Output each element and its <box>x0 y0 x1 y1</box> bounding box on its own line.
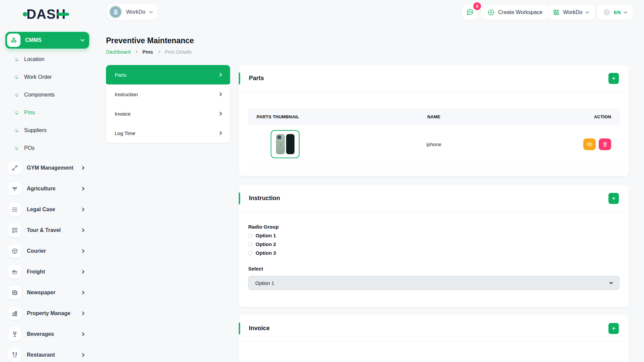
module-tile <box>8 224 21 237</box>
radio-option-label: Option 1 <box>256 233 276 238</box>
parts-card: Parts + PARTS THUMBNAIL NAME ACTION ipho… <box>239 65 629 176</box>
chevron-right-icon <box>135 50 138 54</box>
instruction-select[interactable]: Option 1 <box>248 276 620 290</box>
tab-parts[interactable]: Parts <box>106 65 230 84</box>
breadcrumb-dashboard-link[interactable]: Dashboard <box>106 49 130 55</box>
parts-table: PARTS THUMBNAIL NAME ACTION iphone <box>239 92 629 164</box>
company-menu[interactable]: WorkDo <box>547 5 595 20</box>
grid-plus-icon <box>11 227 18 234</box>
sidebar-item-label: Work Order <box>24 74 52 80</box>
sidebar-module-gym[interactable]: GYM Management <box>0 158 97 178</box>
trash-icon <box>602 141 608 147</box>
logo-dash-icon <box>57 13 69 16</box>
chevron-right-icon <box>80 249 84 253</box>
sidebar-module-tour-travel[interactable]: Tour & Travel <box>0 220 97 241</box>
chevron-down-icon <box>585 10 589 13</box>
instruction-body: Radio Group Option 1 Option 2 Option 3 S… <box>239 212 629 302</box>
add-part-button[interactable]: + <box>608 73 619 84</box>
tab-instruction[interactable]: Instruction <box>106 84 230 104</box>
chevron-right-icon <box>80 187 84 190</box>
chevron-down-icon <box>80 38 84 41</box>
sidebar-module-legal-case[interactable]: Legal Case <box>0 199 97 220</box>
breadcrumb-pms-link[interactable]: Pms <box>142 49 153 55</box>
chevron-right-icon <box>80 353 84 357</box>
sidebar-item-suppliers[interactable]: Suppliers <box>0 121 97 139</box>
invoice-card-header: Invoice + <box>239 315 629 342</box>
checklist-icon <box>11 206 18 213</box>
page-title: Preventive Maintenance <box>106 36 194 45</box>
delete-part-button[interactable] <box>599 138 611 150</box>
package-icon <box>11 248 18 254</box>
module-tile <box>8 265 21 279</box>
bullet-ring-icon <box>14 110 18 115</box>
accent-bar <box>239 192 240 204</box>
chevron-right-icon <box>218 112 222 115</box>
part-name: iphone <box>375 141 493 147</box>
chevron-down-icon <box>609 280 613 284</box>
instruction-card: Instruction + Radio Group Option 1 Optio… <box>239 185 629 307</box>
sidebar-module-courier[interactable]: Courier <box>0 241 97 261</box>
tab-log-time[interactable]: Log Time <box>106 123 230 143</box>
sidebar-item-pms[interactable]: Pms <box>0 104 97 121</box>
plus-circle-icon <box>487 9 495 16</box>
language-menu[interactable]: EN <box>597 5 633 20</box>
module-tile <box>8 161 21 175</box>
messages-button[interactable]: 0 <box>462 5 478 20</box>
tab-invoice[interactable]: Invoice <box>106 104 230 123</box>
sidebar-item-work-order[interactable]: Work Order <box>0 68 97 86</box>
sidebar-item-label: POs <box>24 145 35 151</box>
dumbbell-icon <box>11 165 18 171</box>
module-label: Newspaper <box>27 290 81 296</box>
radio-icon[interactable] <box>248 242 253 246</box>
workspace-switcher[interactable]: WorkDo <box>107 4 158 20</box>
add-instruction-button[interactable]: + <box>608 193 619 204</box>
view-part-button[interactable] <box>583 138 596 150</box>
building-icon <box>11 310 18 317</box>
instruction-card-header: Instruction + <box>239 185 629 212</box>
module-label: Beverages <box>27 331 81 337</box>
chevron-right-icon <box>218 73 222 76</box>
radio-icon[interactable] <box>248 251 253 255</box>
sidebar: CMMS Location Work Order Components Pms … <box>0 25 97 362</box>
sidebar-item-pos[interactable]: POs <box>0 139 97 157</box>
bullet-ring-icon <box>14 146 18 150</box>
sidebar-module-property-manage[interactable]: Property Manage <box>0 303 97 324</box>
column-header-action: ACTION <box>493 114 611 119</box>
plant-icon <box>11 185 18 192</box>
sidebar-module-cmms[interactable]: CMMS <box>5 32 89 49</box>
module-tile <box>8 307 21 320</box>
chevron-right-icon <box>80 228 84 232</box>
tab-label: Log Time <box>115 130 136 136</box>
grid-plus-icon <box>553 9 560 16</box>
select-label: Select <box>248 266 620 272</box>
app-logo[interactable]: DASH <box>23 7 69 21</box>
radio-group-label: Radio Group <box>248 224 620 230</box>
sidebar-module-restaurant[interactable]: Restaurant <box>0 345 97 362</box>
radio-option-1[interactable]: Option 1 <box>248 233 620 238</box>
radio-option-2[interactable]: Option 2 <box>248 241 620 247</box>
sidebar-item-components[interactable]: Components <box>0 86 97 104</box>
messages-count-badge: 0 <box>473 2 481 10</box>
cmms-label: CMMS <box>25 37 76 43</box>
accent-bar <box>239 72 240 84</box>
radio-option-label: Option 3 <box>256 250 276 256</box>
sidebar-module-newspaper[interactable]: Newspaper <box>0 282 97 303</box>
sidebar-item-label: Location <box>24 56 45 62</box>
create-workspace-label: Create Workspace <box>498 9 542 15</box>
create-workspace-button[interactable]: Create Workspace <box>481 5 548 20</box>
sidebar-module-agriculture[interactable]: Agriculture <box>0 178 97 199</box>
radio-option-label: Option 2 <box>256 241 276 247</box>
add-invoice-button[interactable]: + <box>608 323 619 334</box>
chat-icon <box>466 8 474 16</box>
column-header-thumbnail: PARTS THUMBNAIL <box>257 114 375 119</box>
sidebar-module-freight[interactable]: Freight <box>0 261 97 282</box>
module-tile <box>8 286 21 299</box>
chevron-right-icon <box>218 131 222 135</box>
sidebar-item-location[interactable]: Location <box>0 50 97 68</box>
cutlery-icon <box>11 352 18 358</box>
part-thumbnail[interactable] <box>271 130 300 158</box>
sidebar-module-beverages[interactable]: Beverages <box>0 324 97 345</box>
column-header-name: NAME <box>375 114 493 119</box>
radio-icon[interactable] <box>248 233 253 238</box>
radio-option-3[interactable]: Option 3 <box>248 250 620 256</box>
